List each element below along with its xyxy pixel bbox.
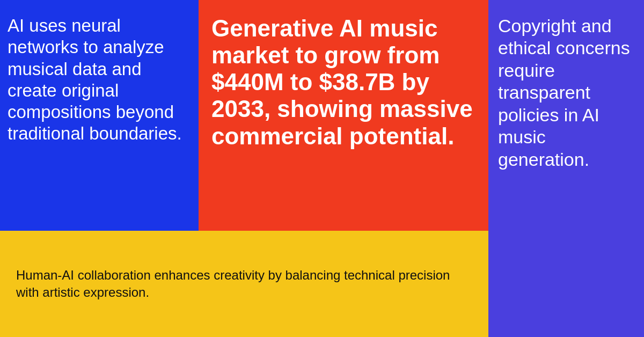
main-grid: AI uses neural networks to analyze music… bbox=[0, 0, 644, 337]
bottom-right-cell bbox=[488, 231, 644, 337]
top-left-cell: AI uses neural networks to analyze music… bbox=[0, 0, 199, 231]
top-left-text: AI uses neural networks to analyze music… bbox=[8, 15, 188, 145]
top-middle-text: Generative AI music market to grow from … bbox=[211, 15, 475, 150]
top-middle-cell: Generative AI music market to grow from … bbox=[199, 0, 488, 231]
top-right-text: Copyright and ethical concerns require t… bbox=[498, 15, 634, 171]
bottom-text: Human-AI collaboration enhances creativi… bbox=[16, 267, 472, 302]
bottom-cell: Human-AI collaboration enhances creativi… bbox=[0, 231, 488, 337]
top-right-cell: Copyright and ethical concerns require t… bbox=[488, 0, 644, 231]
